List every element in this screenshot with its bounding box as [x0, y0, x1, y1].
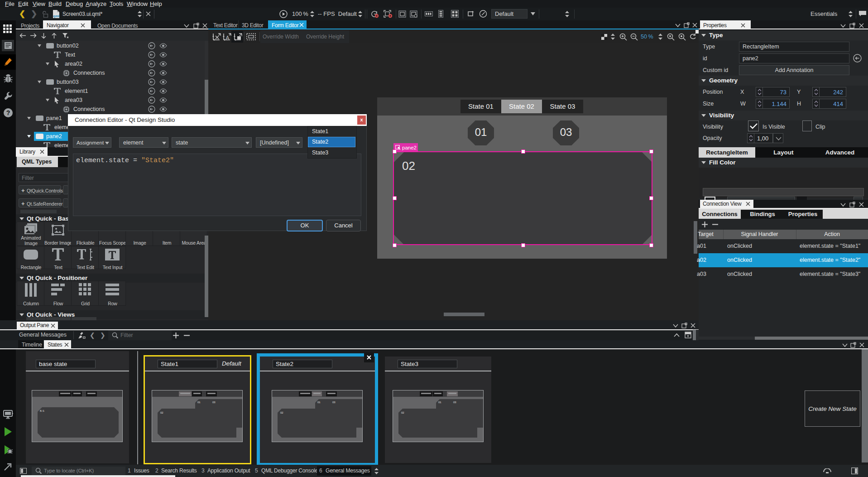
- svg-text:?: ?: [6, 109, 10, 116]
- svg-text:A: A: [226, 35, 230, 40]
- svg-text:qml: qml: [53, 14, 59, 18]
